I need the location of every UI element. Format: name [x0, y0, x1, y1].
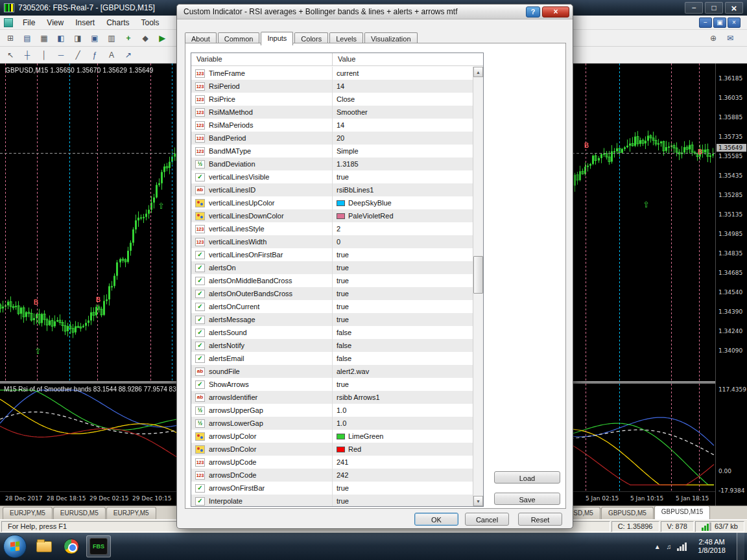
param-value-cell[interactable]: 1.3185 — [333, 160, 473, 168]
chart-tab-eurusd,m5[interactable]: EURUSD,M5 — [53, 507, 106, 519]
param-row-RsiMaPeriods[interactable]: 123RsiMaPeriods14 — [191, 119, 473, 132]
param-value-cell[interactable]: Simple — [333, 147, 473, 155]
ok-button[interactable]: OK — [414, 513, 458, 526]
tray-expand-icon[interactable]: ▲ — [654, 543, 661, 550]
show-desktop-button[interactable] — [737, 533, 744, 560]
menu-charts[interactable]: Charts — [101, 17, 135, 29]
param-row-RsiMaMethod[interactable]: 123RsiMaMethodSmoother — [191, 106, 473, 119]
param-row-BandDeviation[interactable]: ½BandDeviation1.3185 — [191, 158, 473, 170]
param-value-cell[interactable]: 1.0 — [333, 406, 473, 414]
minimize-button[interactable]: − — [685, 2, 703, 14]
param-row-arrowsLowerGap[interactable]: ½arrowsLowerGap1.0 — [191, 417, 473, 430]
param-row-alertsOnMiddleBandCross[interactable]: ✓alertsOnMiddleBandCrosstrue — [191, 274, 473, 287]
market-watch-icon[interactable]: ▦ — [36, 32, 52, 45]
param-row-BandPeriod[interactable]: 123BandPeriod20 — [191, 132, 473, 145]
param-row-Interpolate[interactable]: ✓Interpolatetrue — [191, 495, 473, 506]
load-button[interactable]: Load — [494, 471, 560, 484]
param-value-cell[interactable]: true — [333, 380, 473, 388]
volume-icon[interactable]: ♫ — [667, 543, 672, 550]
chart-tab-eurjpy,m5[interactable]: EURJPY,M5 — [106, 507, 156, 519]
text-icon[interactable]: A — [104, 49, 119, 62]
dialog-titlebar[interactable]: Custom Indicator - RSI averages + Bollin… — [177, 5, 573, 19]
metaeditor-icon[interactable]: ◆ — [137, 32, 153, 45]
tab-inputs[interactable]: Inputs — [261, 32, 293, 45]
param-value-cell[interactable]: true — [333, 316, 473, 323]
maximize-button[interactable]: □ — [705, 2, 723, 14]
param-value-cell[interactable]: 241 — [333, 458, 473, 466]
param-value-cell[interactable]: 2 — [333, 225, 473, 233]
chart-close-button[interactable]: × — [728, 18, 741, 28]
param-row-verticalLinesID[interactable]: abverticalLinesIDrsiBbLines1 — [191, 183, 473, 196]
scroll-down-arrow[interactable]: ▼ — [473, 496, 483, 506]
scroll-up-arrow[interactable]: ▲ — [473, 67, 483, 77]
zoom-in-icon[interactable]: ⊕ — [706, 32, 721, 45]
cursor-icon[interactable]: ↖ — [3, 49, 18, 62]
param-value-cell[interactable]: DeepSkyBlue — [333, 199, 473, 207]
start-button[interactable] — [3, 535, 27, 558]
param-row-ShowArrows[interactable]: ✓ShowArrowstrue — [191, 378, 473, 391]
terminal-icon[interactable]: ▣ — [87, 32, 102, 45]
chrome-taskbar-icon[interactable] — [59, 535, 84, 557]
param-row-arrowsUpperGap[interactable]: ½arrowsUpperGap1.0 — [191, 404, 473, 417]
param-row-verticalLinesWidth[interactable]: 123verticalLinesWidth0 — [191, 235, 473, 248]
param-row-verticalLinesDownColor[interactable]: verticalLinesDownColorPaleVioletRed — [191, 209, 473, 222]
param-value-cell[interactable]: true — [333, 290, 473, 298]
help-button[interactable]: ? — [526, 6, 540, 18]
param-value-cell[interactable]: alert2.wav — [333, 368, 473, 375]
reset-button[interactable]: Reset — [518, 513, 562, 526]
param-row-alertsNotify[interactable]: ✓alertsNotifyfalse — [191, 339, 473, 352]
param-value-cell[interactable]: current — [333, 69, 473, 77]
param-value-cell[interactable]: Smoother — [333, 108, 473, 116]
price-scale[interactable]: 1.35649 1.361851.360351.358851.357351.35… — [715, 64, 747, 506]
param-row-arrowsUpColor[interactable]: arrowsUpColorLimeGreen — [191, 430, 473, 443]
param-row-RsiPeriod[interactable]: 123RsiPeriod14 — [191, 80, 473, 93]
param-value-cell[interactable]: true — [333, 497, 473, 505]
param-value-cell[interactable]: true — [333, 484, 473, 492]
param-row-alertsSound[interactable]: ✓alertsSoundfalse — [191, 326, 473, 339]
new-order-icon[interactable]: + — [121, 32, 136, 45]
param-value-cell[interactable]: 14 — [333, 121, 473, 129]
param-value-cell[interactable]: rsiBbLines1 — [333, 186, 473, 194]
param-row-alertsEmail[interactable]: ✓alertsEmailfalse — [191, 352, 473, 365]
new-chart-icon[interactable]: ⊞ — [3, 32, 18, 45]
profiles-icon[interactable]: ▤ — [19, 32, 35, 45]
param-value-cell[interactable]: true — [333, 173, 473, 181]
param-row-arrowsDnCode[interactable]: 123arrowsDnCode242 — [191, 469, 473, 482]
arrow-tool-icon[interactable]: ↗ — [121, 49, 136, 62]
menu-file[interactable]: File — [17, 17, 41, 29]
param-value-cell[interactable]: false — [333, 355, 473, 362]
navigator-icon[interactable]: ◨ — [70, 32, 86, 45]
menu-tools[interactable]: Tools — [136, 17, 165, 29]
crosshair-icon[interactable]: ┼ — [19, 49, 35, 62]
param-value-cell[interactable]: true — [333, 303, 473, 310]
param-row-arrowsOnFirstBar[interactable]: ✓arrowsOnFirstBartrue — [191, 482, 473, 495]
save-button[interactable]: Save — [494, 493, 560, 505]
taskbar-clock[interactable]: 2:48 AM 1/8/2018 — [693, 538, 731, 555]
param-value-cell[interactable]: false — [333, 342, 473, 349]
param-value-cell[interactable]: 1.0 — [333, 419, 473, 427]
cancel-button[interactable]: Cancel — [465, 513, 509, 526]
chat-icon[interactable]: ✉ — [722, 32, 738, 45]
param-row-BandMAType[interactable]: 123BandMATypeSimple — [191, 145, 473, 158]
chart-restore-button[interactable]: ▣ — [713, 18, 726, 28]
param-row-arrowsIdentifier[interactable]: abarrowsIdentifierrsibb Arrows1 — [191, 391, 473, 404]
network-tray-icon[interactable] — [677, 542, 687, 551]
chart-minimize-button[interactable]: − — [699, 18, 712, 28]
param-value-cell[interactable]: true — [333, 264, 473, 272]
param-value-cell[interactable]: PaleVioletRed — [333, 212, 473, 220]
table-scrollbar[interactable]: ▲ ▼ — [473, 67, 483, 506]
param-row-alertsOn[interactable]: ✓alertsOntrue — [191, 261, 473, 274]
param-row-soundFile[interactable]: absoundFilealert2.wav — [191, 365, 473, 378]
param-row-verticalLinesStyle[interactable]: 123verticalLinesStyle2 — [191, 222, 473, 235]
vertical-line-icon[interactable]: │ — [36, 49, 52, 62]
param-value-cell[interactable]: false — [333, 329, 473, 336]
autotrading-icon[interactable]: ▶ — [154, 32, 170, 45]
param-value-cell[interactable]: LimeGreen — [333, 432, 473, 440]
strategy-tester-icon[interactable]: ▥ — [104, 32, 119, 45]
param-row-arrowsUpCode[interactable]: 123arrowsUpCode241 — [191, 456, 473, 469]
param-value-cell[interactable]: 0 — [333, 238, 473, 246]
param-value-cell[interactable]: 20 — [333, 134, 473, 142]
param-value-cell[interactable]: true — [333, 277, 473, 285]
param-row-RsiPrice[interactable]: 123RsiPriceClose — [191, 93, 473, 106]
chart-tab-gbpusd,m5[interactable]: GBPUSD,M5 — [601, 507, 654, 519]
